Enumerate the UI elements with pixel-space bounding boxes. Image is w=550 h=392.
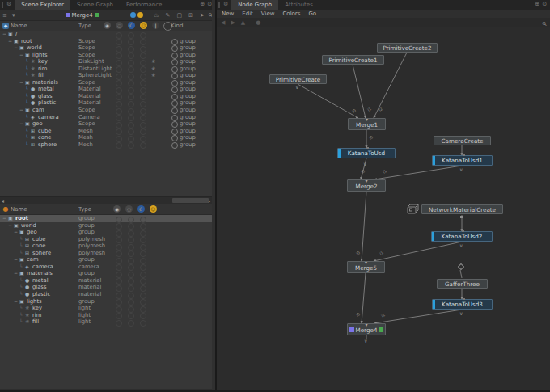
grid-tool-icon[interactable]: ⊞: [186, 12, 196, 19]
tree-row-cone[interactable]: └⊞conepolymesh: [0, 242, 212, 250]
tab-scene-graph[interactable]: Scene Graph: [70, 0, 120, 10]
panel-gear-icon[interactable]: ⚙: [6, 0, 15, 10]
expander-icon[interactable]: −: [14, 270, 19, 277]
nav-back-icon[interactable]: ◀: [221, 19, 225, 26]
sun-column-icon[interactable]: ☺: [140, 22, 147, 29]
panel-add-icon[interactable]: ⊕: [200, 1, 205, 10]
node-Merge5[interactable]: ▾Merge5: [347, 261, 385, 273]
dropdown-icon[interactable]: ▾: [10, 12, 18, 19]
tree-row-rim[interactable]: └☼rimlight: [0, 312, 212, 319]
render-column-icon[interactable]: ◌: [125, 205, 133, 213]
nav-up-icon[interactable]: ▲: [241, 19, 245, 26]
panel-add-icon[interactable]: ⊕: [535, 1, 539, 10]
expander-icon[interactable]: −: [19, 120, 25, 128]
tree-row-camera[interactable]: └◈cameracamera: [0, 263, 212, 271]
menu-go[interactable]: Go: [308, 11, 316, 17]
tree-row-plastic[interactable]: └●plasticmaterial: [0, 291, 212, 298]
node-GafferThree[interactable]: GafferThree: [437, 279, 488, 289]
tree-row-metal[interactable]: └●metalmaterial: [0, 277, 212, 285]
column-type[interactable]: Type: [78, 23, 91, 29]
sun-column-icon[interactable]: ☺: [150, 205, 157, 213]
tree-row-geo[interactable]: −▣geogroup: [0, 229, 212, 236]
expander-icon[interactable]: −: [14, 229, 19, 236]
tree-row-lights[interactable]: −▣lightsgroup: [0, 298, 212, 306]
tree-row-cube[interactable]: └⊞cubepolymesh: [0, 236, 212, 243]
column-type[interactable]: Type: [78, 206, 91, 213]
tree-row-glass[interactable]: └●glassMaterialgroup: [0, 93, 212, 100]
node-Merge1[interactable]: ▾Merge1: [348, 118, 386, 130]
tree-row-materials[interactable]: −▣materialsgroup: [0, 270, 212, 277]
nav-dot-icon[interactable]: ●: [256, 19, 260, 26]
expander-icon[interactable]: −: [2, 31, 8, 38]
list-menu-icon[interactable]: ≡: [0, 12, 10, 19]
tab-node-graph[interactable]: Node Graph: [231, 0, 278, 10]
tree-row-root-slash[interactable]: −▣/: [0, 31, 212, 38]
vertical-scrollbar[interactable]: [212, 0, 215, 390]
expander-icon[interactable]: −: [14, 44, 19, 52]
expander-icon[interactable]: −: [19, 79, 25, 86]
tree-row-plastic[interactable]: └●plasticMaterialgroup: [0, 99, 212, 107]
panel-gear-icon[interactable]: ⚙: [222, 0, 231, 10]
tree-row-cam[interactable]: −▣camgroup: [0, 256, 212, 263]
tree-row-camera[interactable]: └◈cameraCameragroup: [0, 114, 212, 121]
render-column-icon[interactable]: ◌: [116, 22, 123, 29]
node-KatanaToUsd[interactable]: KatanaToUsd: [337, 148, 396, 158]
pencil-icon[interactable]: ✎: [163, 12, 173, 19]
toggle-cell[interactable]: [140, 320, 146, 327]
menu-edit[interactable]: Edit: [242, 11, 253, 17]
tree-row-glass[interactable]: └●glassmaterial: [0, 284, 212, 291]
scrollbar-thumb[interactable]: [172, 198, 209, 203]
tree-row-geo[interactable]: −▣geoScopegroup: [0, 120, 212, 128]
tree-row-sphere[interactable]: └⊞spherepolymesh: [0, 250, 212, 257]
tree-row-cone[interactable]: └⊞coneMeshgroup: [0, 134, 212, 141]
square-tool-icon[interactable]: ▢: [174, 12, 184, 19]
node-KatanaToUsd2[interactable]: KatanaToUsd2: [431, 231, 493, 242]
panel-drag-handle[interactable]: [2, 2, 3, 8]
node-Merge4[interactable]: ▾Merge4: [347, 323, 386, 335]
graph-search-icon[interactable]: ⚲: [541, 18, 550, 28]
tab-scene-explorer[interactable]: Scene Explorer: [15, 0, 70, 10]
tree-row-cam[interactable]: −▣camScopegroup: [0, 107, 212, 114]
expander-icon[interactable]: −: [14, 298, 19, 306]
tree-row-rim[interactable]: └☼rimDistantLight☼group: [0, 65, 212, 73]
tree-row-materials[interactable]: −▣materialsScopegroup: [0, 79, 212, 86]
expander-icon[interactable]: −: [2, 215, 8, 222]
expander-icon[interactable]: −: [19, 107, 25, 114]
viewer-visibility-icon[interactable]: [130, 12, 136, 18]
tree-row-key[interactable]: └☼keyDiskLight☼group: [0, 58, 212, 65]
toggle-cell[interactable]: [128, 142, 134, 149]
tree-row-cube[interactable]: └⊞cubeMeshgroup: [0, 128, 212, 135]
column-name[interactable]: Name: [11, 206, 28, 213]
tree-row-root[interactable]: −▣rootScopegroup: [0, 38, 212, 45]
panel-drag-handle[interactable]: [218, 2, 220, 8]
tree-row-key[interactable]: └☼keylight: [0, 305, 212, 312]
node-CameraCreate[interactable]: CameraCreate: [434, 136, 491, 145]
scroll-left-icon[interactable]: ◂: [2, 197, 4, 204]
nav-forward-icon[interactable]: ▶: [231, 19, 235, 26]
toggle-cell[interactable]: [140, 142, 146, 149]
node-KatanaToUsd3[interactable]: KatanaToUsd3: [432, 299, 493, 310]
tab-performance[interactable]: Performance: [120, 0, 168, 10]
visibility-column-icon[interactable]: ◉: [104, 22, 111, 29]
toggle-cell[interactable]: [128, 320, 134, 327]
node-PrimitiveCreate[interactable]: PrimitiveCreate: [269, 74, 327, 84]
node-PrimitiveCreate2[interactable]: PrimitiveCreate2: [377, 43, 438, 53]
toggle-cell[interactable]: [116, 142, 122, 149]
moon-column-icon[interactable]: ☾: [128, 22, 135, 29]
cursor-tool-icon[interactable]: ➤: [197, 12, 207, 19]
moon-column-icon[interactable]: ☾: [138, 205, 145, 213]
expander-icon[interactable]: −: [8, 38, 14, 45]
expander-icon[interactable]: −: [8, 222, 14, 230]
node-Merge2[interactable]: ▾Merge2: [347, 179, 386, 192]
column-name[interactable]: Name: [11, 23, 28, 29]
menu-new[interactable]: New: [222, 11, 234, 17]
tree-row-root[interactable]: −▣rootgroup: [0, 215, 212, 222]
menu-view[interactable]: View: [261, 11, 275, 17]
tree-row-fill[interactable]: └☼filllight: [0, 318, 212, 326]
toggle-cell[interactable]: [116, 320, 122, 327]
tab-attributes[interactable]: Attributes: [278, 0, 319, 10]
panel-options-icon[interactable]: ⊙: [542, 1, 547, 10]
tree-row-sphere[interactable]: └⊞sphereMeshgroup: [0, 141, 212, 149]
expander-icon[interactable]: −: [19, 52, 25, 59]
tree-row-world[interactable]: −▣worldgroup: [0, 222, 212, 230]
